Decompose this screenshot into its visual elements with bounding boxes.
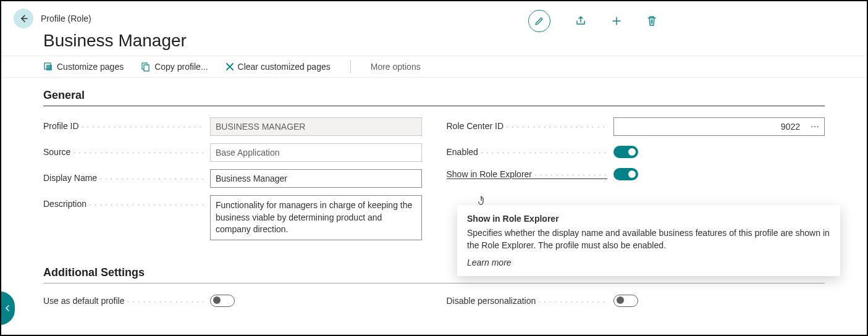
edit-button[interactable] — [528, 10, 550, 32]
enabled-toggle[interactable] — [613, 146, 638, 158]
description-field[interactable]: Functionality for managers in charge of … — [210, 195, 422, 240]
close-icon — [225, 62, 234, 71]
profile-id-field[interactable]: BUSINESS MANAGER — [210, 117, 422, 136]
tooltip-title: Show in Role Explorer — [467, 214, 830, 224]
delete-button[interactable] — [647, 15, 657, 27]
copy-icon — [141, 62, 151, 72]
more-options-action[interactable]: More options — [371, 62, 421, 72]
pencil-icon — [534, 16, 544, 26]
role-center-id-field[interactable]: 9022 ⋯ — [613, 117, 825, 136]
customize-icon — [43, 62, 53, 72]
show-in-role-explorer-toggle[interactable] — [613, 168, 638, 180]
disable-personalization-toggle[interactable] — [613, 295, 638, 307]
plus-icon — [611, 15, 622, 27]
share-button[interactable] — [575, 15, 586, 27]
use-as-default-label: Use as default profile — [43, 292, 204, 306]
chevron-left-icon — [5, 304, 10, 312]
section-heading-general[interactable]: General — [1, 78, 867, 106]
display-name-label: Display Name — [43, 169, 204, 183]
toolbar-label: More options — [371, 62, 421, 72]
toolbar-label: Copy profile... — [154, 62, 208, 72]
copy-profile-action[interactable]: Copy profile... — [141, 62, 208, 72]
learn-more-link[interactable]: Learn more — [467, 258, 830, 267]
new-button[interactable] — [611, 15, 622, 27]
tooltip: Show in Role Explorer Specifies whether … — [457, 205, 840, 276]
display-name-field[interactable]: Business Manager — [210, 169, 422, 188]
profile-id-label: Profile ID — [43, 117, 204, 131]
back-button[interactable] — [14, 9, 33, 28]
disable-personalization-label: Disable personalization — [447, 292, 607, 306]
source-label: Source — [43, 143, 204, 157]
customize-pages-action[interactable]: Customize pages — [43, 62, 124, 72]
use-as-default-toggle[interactable] — [210, 295, 235, 307]
source-field: Base Application — [210, 143, 422, 162]
share-icon — [575, 15, 586, 27]
show-in-role-explorer-label[interactable]: Show in Role Explorer — [447, 166, 607, 179]
arrow-left-icon — [19, 14, 28, 23]
description-label: Description — [43, 195, 204, 209]
trash-icon — [647, 15, 657, 27]
divider — [350, 60, 351, 74]
toolbar-label: Customize pages — [57, 62, 124, 72]
role-center-id-label: Role Center ID — [447, 117, 607, 131]
svg-rect-2 — [46, 65, 52, 70]
tooltip-body: Specifies whether the display name and a… — [467, 227, 830, 251]
toolbar-label: Clear customized pages — [238, 62, 331, 72]
role-center-id-value: 9022 — [614, 122, 806, 132]
svg-rect-4 — [144, 65, 149, 71]
enabled-label: Enabled — [447, 143, 607, 157]
lookup-button[interactable]: ⋯ — [805, 122, 824, 132]
breadcrumb: Profile (Role) — [41, 14, 91, 23]
page-title: Business Manager — [43, 31, 825, 51]
clear-customized-action[interactable]: Clear customized pages — [225, 62, 331, 72]
